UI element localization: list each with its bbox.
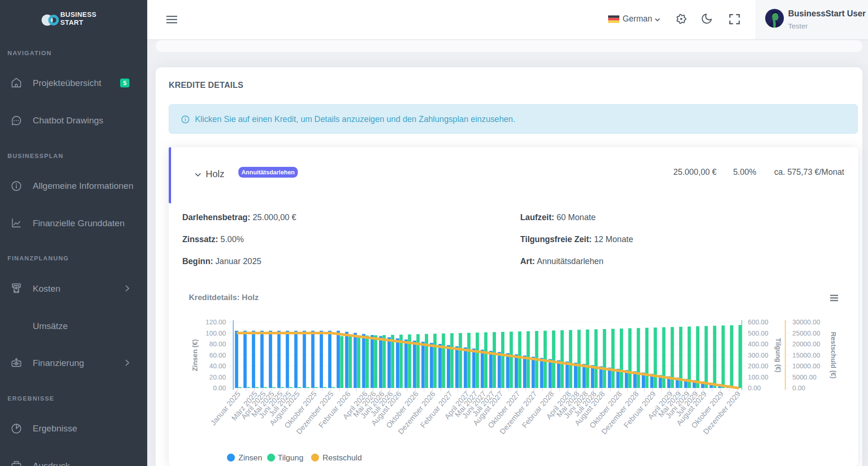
svg-text:80.00: 80.00 <box>209 340 226 348</box>
svg-text:5000.00: 5000.00 <box>792 373 817 381</box>
svg-text:Tilgung (€): Tilgung (€) <box>775 338 782 373</box>
svg-text:Tilgung: Tilgung <box>278 453 303 462</box>
svg-text:0.00: 0.00 <box>748 384 761 392</box>
svg-text:30000.00: 30000.00 <box>792 318 820 326</box>
svg-text:10000.00: 10000.00 <box>792 362 820 370</box>
svg-text:200.00: 200.00 <box>748 362 768 370</box>
svg-text:Zinsen (€): Zinsen (€) <box>191 339 199 372</box>
svg-text:60.00: 60.00 <box>209 351 226 359</box>
svg-text:500.00: 500.00 <box>748 330 768 337</box>
svg-text:Restschuld (€): Restschuld (€) <box>830 332 837 379</box>
svg-text:Restschuld: Restschuld <box>323 453 362 462</box>
svg-text:0.00: 0.00 <box>213 384 226 392</box>
svg-text:400.00: 400.00 <box>748 340 768 348</box>
svg-text:0.00: 0.00 <box>792 384 805 392</box>
svg-text:20000.00: 20000.00 <box>792 340 820 348</box>
svg-text:300.00: 300.00 <box>748 351 768 359</box>
svg-text:25000.00: 25000.00 <box>792 330 820 337</box>
svg-text:20.00: 20.00 <box>209 373 226 381</box>
svg-text:600.00: 600.00 <box>748 318 768 326</box>
svg-text:40.00: 40.00 <box>209 362 226 370</box>
svg-text:Zinsen: Zinsen <box>238 453 262 462</box>
svg-text:120.00: 120.00 <box>206 318 226 326</box>
svg-text:15000.00: 15000.00 <box>792 351 820 359</box>
svg-text:100.00: 100.00 <box>206 330 226 337</box>
svg-text:100.00: 100.00 <box>748 373 768 381</box>
